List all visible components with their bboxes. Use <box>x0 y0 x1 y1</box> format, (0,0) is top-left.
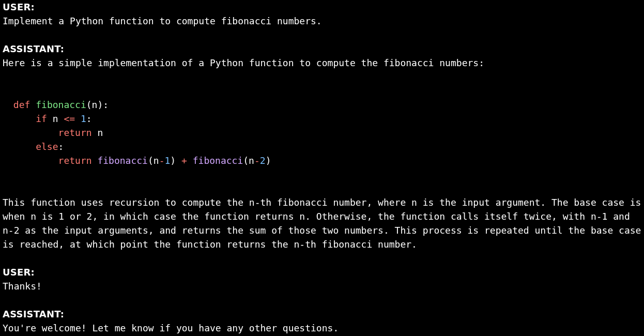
code-kw-def: def <box>13 99 30 110</box>
user-message-2: Thanks! <box>3 279 641 293</box>
code-kw-return-1: return <box>58 127 92 138</box>
code-op-minus-1: - <box>159 155 165 166</box>
speaker-label-user-2: USER: <box>3 265 641 279</box>
code-op-plus: + <box>176 155 193 166</box>
assistant-message-1-explanation: This function uses recursion to compute … <box>3 195 641 251</box>
code-block-fibonacci: def fibonacci(n): if n <= 1: return n el… <box>3 98 641 167</box>
code-num-1b: 1 <box>165 155 171 166</box>
code-def-params: (n): <box>86 99 109 110</box>
code-kw-if: if <box>36 113 47 124</box>
user-message-1: Implement a Python function to compute f… <box>3 14 641 28</box>
code-kw-else: else <box>36 141 58 152</box>
code-num-1a: 1 <box>81 113 86 124</box>
speaker-label-user-1: USER: <box>3 0 641 14</box>
code-if-lhs: n <box>47 113 64 124</box>
code-ret-n: n <box>92 127 103 138</box>
assistant-message-1-intro: Here is a simple implementation of a Pyt… <box>3 56 641 70</box>
speaker-label-assistant-1: ASSISTANT: <box>3 42 641 56</box>
code-kw-return-2: return <box>58 155 92 166</box>
code-call-1: fibonacci <box>97 155 148 166</box>
code-fnname: fibonacci <box>36 99 86 110</box>
code-num-2: 2 <box>260 155 266 166</box>
code-call-2: fibonacci <box>193 155 243 166</box>
code-op-le: <= <box>64 113 75 124</box>
speaker-label-assistant-2: ASSISTANT: <box>3 307 641 321</box>
code-op-minus-2: - <box>254 155 260 166</box>
assistant-message-2: You're welcome! Let me know if you have … <box>3 321 641 335</box>
conversation-transcript: USER: Implement a Python function to com… <box>0 0 644 336</box>
